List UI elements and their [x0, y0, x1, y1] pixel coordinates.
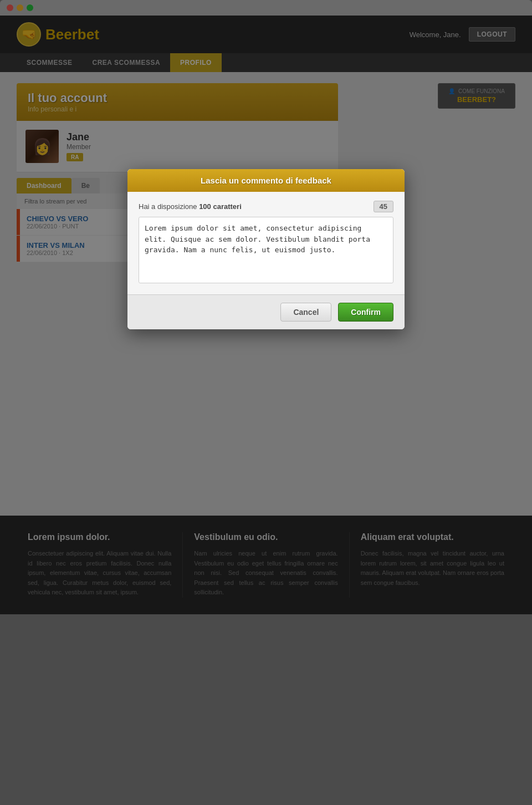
modal-footer: Cancel Confirm	[127, 294, 405, 329]
char-counter-row: Hai a disposizione 100 caratteri 45	[139, 201, 393, 212]
char-bold: 100 caratteri	[199, 202, 242, 211]
char-label: Hai a disposizione 100 caratteri	[139, 202, 242, 211]
char-badge: 45	[374, 201, 393, 212]
browser-window: 🤜 Beerbet Welcome, Jane. LOGOUT SCOMMESS…	[0, 16, 532, 614]
modal-dialog: Lascia un commento di feedback Hai a dis…	[127, 169, 405, 329]
page-content: Il tuo account Info personali e i 👤 COME…	[0, 72, 532, 516]
char-label-text: Hai a disposizione	[139, 202, 197, 211]
modal-body: Hai a disposizione 100 caratteri 45	[127, 192, 405, 294]
cancel-button[interactable]: Cancel	[280, 303, 331, 322]
feedback-textarea[interactable]	[139, 217, 393, 283]
modal-overlay[interactable]	[0, 0, 532, 805]
confirm-button[interactable]: Confirm	[338, 303, 393, 322]
modal-header: Lascia un commento di feedback	[127, 169, 405, 192]
